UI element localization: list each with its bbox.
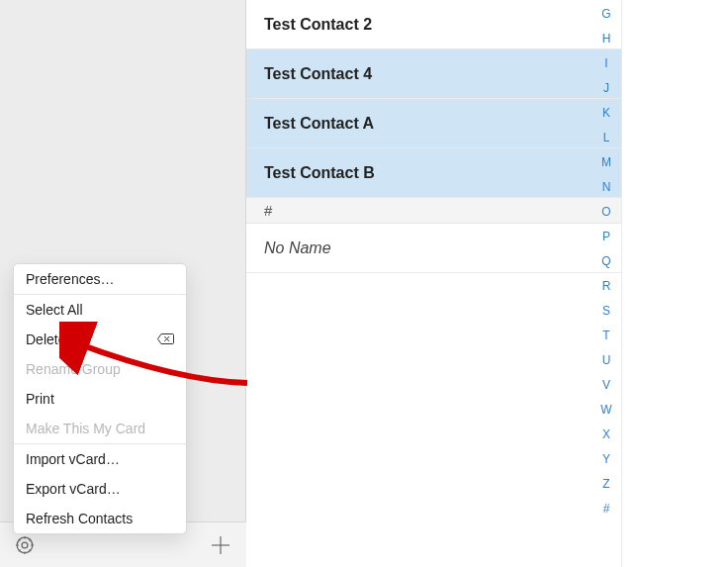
- backspace-icon: [157, 331, 174, 347]
- contact-row[interactable]: No Name: [246, 224, 621, 273]
- alpha-letter[interactable]: X: [592, 423, 621, 447]
- menu-pointer: [20, 533, 38, 534]
- menu-rename-group: Rename Group: [14, 354, 186, 384]
- menu-import-vcard[interactable]: Import vCard…: [14, 444, 186, 474]
- alpha-letter[interactable]: Y: [592, 447, 621, 472]
- alpha-letter[interactable]: Z: [592, 472, 621, 497]
- menu-label: Refresh Contacts: [26, 511, 133, 526]
- menu-refresh[interactable]: Refresh Contacts: [14, 504, 186, 533]
- svg-point-1: [17, 537, 33, 553]
- contact-row[interactable]: Test Contact 4: [246, 49, 621, 99]
- alpha-letter[interactable]: S: [592, 299, 621, 324]
- menu-label: Rename Group: [26, 361, 121, 377]
- contacts-list: Test Contact 2 Test Contact 4 Test Conta…: [246, 0, 622, 567]
- contact-row[interactable]: Test Contact B: [246, 148, 621, 198]
- menu-label: Print: [26, 391, 54, 407]
- menu-label: Export vCard…: [26, 481, 121, 497]
- alpha-letter[interactable]: M: [592, 150, 621, 175]
- menu-make-card: Make This My Card: [14, 414, 186, 443]
- menu-print[interactable]: Print: [14, 384, 186, 414]
- svg-point-0: [22, 542, 28, 548]
- alpha-letter[interactable]: Q: [592, 249, 621, 274]
- contact-name: Test Contact 2: [264, 16, 372, 34]
- detail-panel: [621, 0, 728, 567]
- alpha-letter[interactable]: P: [592, 225, 621, 249]
- menu-label: Preferences…: [26, 271, 114, 287]
- alpha-letter[interactable]: O: [592, 200, 621, 225]
- alpha-letter[interactable]: U: [592, 348, 621, 373]
- contact-name: No Name: [264, 239, 331, 257]
- alpha-letter[interactable]: N: [592, 175, 621, 200]
- alphabet-index: G H I J K L M N O P Q R S T U V W X Y Z …: [592, 0, 621, 567]
- alpha-letter[interactable]: W: [592, 398, 621, 423]
- menu-label: Import vCard…: [26, 451, 120, 467]
- app-root: Test Contact 2 Test Contact 4 Test Conta…: [0, 0, 728, 567]
- alpha-letter[interactable]: J: [592, 76, 621, 101]
- alpha-letter[interactable]: R: [592, 274, 621, 299]
- alpha-letter[interactable]: L: [592, 126, 621, 150]
- alpha-letter[interactable]: K: [592, 101, 621, 126]
- section-header: #: [246, 198, 621, 224]
- contact-name: Test Contact A: [264, 115, 374, 133]
- menu-select-all[interactable]: Select All: [14, 295, 186, 325]
- alpha-letter[interactable]: #: [592, 497, 621, 521]
- gear-icon[interactable]: [14, 534, 36, 556]
- menu-preferences[interactable]: Preferences…: [14, 264, 186, 294]
- alpha-letter[interactable]: V: [592, 373, 621, 398]
- alpha-letter[interactable]: H: [592, 27, 621, 51]
- menu-label: Make This My Card: [26, 421, 145, 436]
- contact-row[interactable]: Test Contact 2: [246, 0, 621, 49]
- menu-label: Delete: [26, 331, 65, 347]
- menu-delete[interactable]: Delete: [14, 325, 186, 354]
- alpha-letter[interactable]: G: [592, 2, 621, 27]
- menu-label: Select All: [26, 302, 83, 318]
- alpha-letter[interactable]: I: [592, 51, 621, 76]
- section-header-label: #: [264, 202, 272, 219]
- plus-icon[interactable]: [209, 533, 232, 557]
- contact-name: Test Contact 4: [264, 65, 372, 83]
- settings-menu: Preferences… Select All Delete Rename Gr…: [13, 263, 187, 534]
- contact-name: Test Contact B: [264, 164, 375, 182]
- alpha-letter[interactable]: T: [592, 324, 621, 348]
- menu-export-vcard[interactable]: Export vCard…: [14, 474, 186, 504]
- contact-row[interactable]: Test Contact A: [246, 99, 621, 148]
